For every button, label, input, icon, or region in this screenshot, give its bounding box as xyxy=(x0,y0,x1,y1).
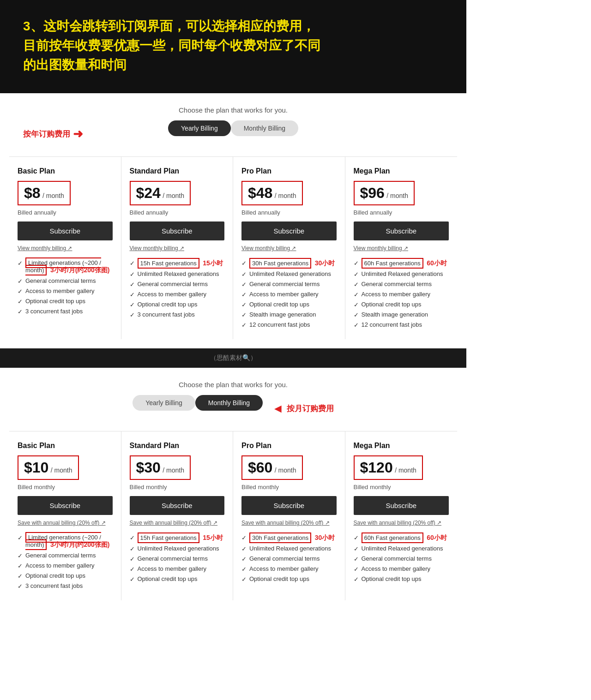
monthly-mega-period: / month xyxy=(395,467,416,474)
monthly-standard-view-billing[interactable]: Save with annual billing (20% off) ↗ xyxy=(130,520,225,526)
monthly-toggle-btn[interactable]: Monthly Billing xyxy=(195,395,263,411)
yearly-pro-name: Pro Plan xyxy=(241,167,337,175)
monthly-billing-toggle: Yearly Billing Monthly Billing xyxy=(133,395,263,411)
feature-item: ✓Unlimited Relaxed generations xyxy=(354,544,449,554)
monthly-mega-subscribe-btn[interactable]: Subscribe xyxy=(354,496,449,515)
yearly-pro-period: / month xyxy=(275,192,296,199)
monthly-basic-features: ✓ Limited generations (~200 / month) 3小时… xyxy=(18,532,113,591)
yearly-standard-billed-note: Billed annually xyxy=(130,209,225,216)
yearly-mega-plan: Mega Plan $96 / month Billed annually Su… xyxy=(345,157,458,339)
monthly-pro-plan: Pro Plan $60 / month Billed monthly Subs… xyxy=(233,431,345,600)
yearly-plans-grid: Basic Plan $8 / month Billed annually Su… xyxy=(9,156,457,339)
feature-item: ✓3 concurrent fast jobs xyxy=(130,310,225,320)
monthly-pro-subscribe-btn[interactable]: Subscribe xyxy=(241,496,337,515)
monthly-standard-price-box: $30 / month xyxy=(130,455,191,480)
monthly-basic-period: / month xyxy=(51,467,72,474)
monthly-toggle-btn-in-yearly[interactable]: Monthly Billing xyxy=(231,120,298,136)
monthly-standard-name: Standard Plan xyxy=(130,442,225,450)
feature-item: ✓General commercial terms xyxy=(241,279,337,289)
yearly-standard-plan: Standard Plan $24 / month Billed annuall… xyxy=(121,157,234,339)
yearly-standard-features: ✓ 15h Fast generations 15小时 ✓Unlimited R… xyxy=(130,258,225,320)
yearly-basic-name: Basic Plan xyxy=(18,167,113,175)
monthly-standard-billed-note: Billed monthly xyxy=(130,484,225,491)
feature-item: ✓Access to member gallery xyxy=(241,289,337,299)
yearly-mega-name: Mega Plan xyxy=(354,167,449,175)
feature-item: ✓General commercial terms xyxy=(18,276,113,286)
feature-item: ✓Access to member gallery xyxy=(18,561,113,571)
feature-item: ✓3 concurrent fast jobs xyxy=(18,306,113,317)
feature-item: ✓ 30h Fast generations 30小时 xyxy=(241,532,337,544)
monthly-standard-plan: Standard Plan $30 / month Billed monthly… xyxy=(121,431,234,600)
yearly-pro-features: ✓ 30h Fast generations 30小时 ✓Unlimited R… xyxy=(241,258,337,330)
monthly-mega-name: Mega Plan xyxy=(354,442,449,450)
feature-item: ✓12 concurrent fast jobs xyxy=(354,320,449,330)
monthly-pro-view-billing[interactable]: Save with annual billing (20% off) ↗ xyxy=(241,520,337,526)
feature-item: ✓Unlimited Relaxed generations xyxy=(354,269,449,279)
monthly-section-title: Choose the plan that works for you. xyxy=(9,381,457,389)
yearly-basic-subscribe-btn[interactable]: Subscribe xyxy=(18,221,113,240)
monthly-pro-features: ✓ 30h Fast generations 30小时 ✓Unlimited R… xyxy=(241,532,337,584)
feature-item: ✓Access to member gallery xyxy=(354,564,449,574)
monthly-basic-view-billing[interactable]: Save with annual billing (20% off) ↗ xyxy=(18,520,113,526)
yearly-toggle-btn[interactable]: Yearly Billing xyxy=(168,120,231,136)
feature-item: ✓Access to member gallery xyxy=(18,286,113,296)
feature-item: ✓Optional credit top ups xyxy=(354,299,449,310)
monthly-mega-billed-note: Billed monthly xyxy=(354,484,449,491)
yearly-mega-price: $96 xyxy=(360,185,385,201)
yearly-pro-view-billing[interactable]: View monthly billing ↗ xyxy=(241,245,337,251)
feature-item: ✓Unlimited Relaxed generations xyxy=(130,269,225,279)
feature-item: ✓General commercial terms xyxy=(18,550,113,561)
yearly-pro-subscribe-btn[interactable]: Subscribe xyxy=(241,221,337,240)
yearly-mega-price-box: $96 / month xyxy=(354,181,415,205)
banner-line2: 目前按年收费要优惠一些，同时每个收费对应了不同 xyxy=(23,36,443,55)
yearly-basic-view-billing[interactable]: View monthly billing ↗ xyxy=(18,245,113,251)
monthly-mega-price: $120 xyxy=(360,459,393,476)
monthly-mega-plan: Mega Plan $120 / month Billed monthly Su… xyxy=(345,431,458,600)
yearly-pro-plan: Pro Plan $48 / month Billed annually Sub… xyxy=(233,157,345,339)
yearly-mega-features: ✓ 60h Fast generations 60小时 ✓Unlimited R… xyxy=(354,258,449,330)
monthly-mega-price-box: $120 / month xyxy=(354,455,423,480)
top-banner: 3、这时会跳转到订阅界面，可以选择相应的费用， 目前按年收费要优惠一些，同时每个… xyxy=(0,0,466,93)
feature-item: ✓Unlimited Relaxed generations xyxy=(241,544,337,554)
feature-item: ✓Access to member gallery xyxy=(130,564,225,574)
feature-item: ✓General commercial terms xyxy=(241,554,337,564)
yearly-basic-plan: Basic Plan $8 / month Billed annually Su… xyxy=(9,157,121,339)
feature-item: ✓ Limited generations (~200 / month) 3小时… xyxy=(18,532,113,550)
feature-item: ✓Stealth image generation xyxy=(241,310,337,320)
monthly-standard-period: / month xyxy=(163,467,184,474)
feature-item: ✓Access to member gallery xyxy=(130,289,225,299)
yearly-section: Choose the plan that works for you. 按年订购… xyxy=(0,93,466,348)
yearly-standard-subscribe-btn[interactable]: Subscribe xyxy=(130,221,225,240)
monthly-basic-price-box: $10 / month xyxy=(18,455,79,480)
monthly-mega-view-billing[interactable]: Save with annual billing (20% off) ↗ xyxy=(354,520,449,526)
feature-item: ✓Unlimited Relaxed generations xyxy=(130,544,225,554)
yearly-annotation-label: 按年订购费用 xyxy=(23,129,70,139)
monthly-pro-period: / month xyxy=(275,467,296,474)
feature-item: ✓ 15h Fast generations 15小时 xyxy=(130,258,225,269)
feature-item: ✓Access to member gallery xyxy=(241,564,337,574)
feature-item: ✓ 15h Fast generations 15小时 xyxy=(130,532,225,544)
yearly-mega-view-billing[interactable]: View monthly billing ↗ xyxy=(354,245,449,251)
watermark-text: （思酷素材🔍） xyxy=(210,354,257,361)
monthly-pro-billed-note: Billed monthly xyxy=(241,484,337,491)
feature-item: ✓Optional credit top ups xyxy=(18,571,113,581)
feature-item: ✓Optional credit top ups xyxy=(241,299,337,310)
yearly-basic-price-box: $8 / month xyxy=(18,181,71,205)
yearly-standard-price-box: $24 / month xyxy=(130,181,191,205)
yearly-toggle-btn-in-monthly[interactable]: Yearly Billing xyxy=(133,395,195,411)
yearly-standard-view-billing[interactable]: View monthly billing ↗ xyxy=(130,245,225,251)
banner-line3: 的出图数量和时间 xyxy=(23,55,443,75)
feature-item: ✓General commercial terms xyxy=(130,279,225,289)
yearly-mega-subscribe-btn[interactable]: Subscribe xyxy=(354,221,449,240)
feature-item: ✓Optional credit top ups xyxy=(130,299,225,310)
feature-item: ✓Optional credit top ups xyxy=(354,574,449,584)
yearly-section-title: Choose the plan that works for you. xyxy=(9,106,457,114)
yearly-mega-billed-note: Billed annually xyxy=(354,209,449,216)
monthly-annotation-label: 按月订购费用 xyxy=(287,403,334,414)
monthly-basic-subscribe-btn[interactable]: Subscribe xyxy=(18,496,113,515)
yearly-basic-billed-note: Billed annually xyxy=(18,209,113,216)
yearly-arrow: ➜ xyxy=(73,127,83,141)
monthly-standard-subscribe-btn[interactable]: Subscribe xyxy=(130,496,225,515)
monthly-basic-price: $10 xyxy=(24,459,48,476)
feature-item: ✓ Limited generations (~200 / month) 3小时… xyxy=(18,258,113,276)
